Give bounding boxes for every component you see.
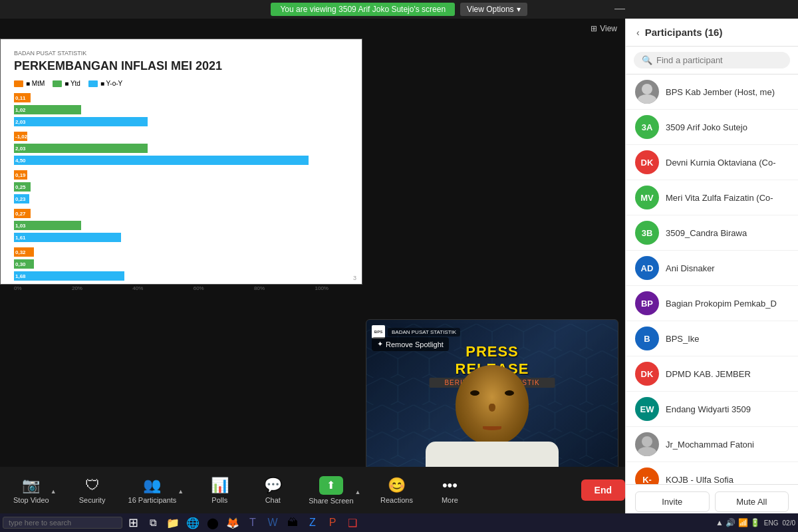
stop-video-arrow[interactable]: ▲ bbox=[51, 488, 57, 495]
toolbar-left-group: 📷 Stop Video ▲ 🛡 Security 👥 bbox=[13, 476, 467, 505]
zoom-icon[interactable]: Z bbox=[303, 513, 322, 532]
x-axis: 0%20%40%60%80%100% bbox=[14, 285, 348, 291]
svg-point-3 bbox=[638, 94, 656, 104]
share-screen-arrow[interactable]: ▲ bbox=[355, 489, 361, 495]
bar-group-1: 0,11 1,02 2,03 bbox=[14, 92, 348, 127]
end-button[interactable]: End bbox=[581, 479, 625, 501]
slide-page: 3 bbox=[353, 275, 356, 281]
security-button[interactable]: 🛡 Security bbox=[75, 477, 110, 504]
more-button[interactable]: ••• More bbox=[432, 477, 467, 504]
legend-mtm: ■ MtM bbox=[14, 80, 45, 87]
main-layout: ⊞ View BADAN PUSAT STATISTIK PERKEMBANGA… bbox=[0, 19, 798, 532]
participant-item[interactable]: BPS Kab Jember (Host, me) bbox=[626, 74, 798, 110]
participant-item[interactable]: B BPS_Ike bbox=[626, 321, 798, 356]
participant-name: Devni Kurnia Oktaviana (Co- bbox=[666, 158, 789, 168]
participant-name: Jr_Mochammad Fatoni bbox=[666, 440, 789, 450]
chat-icon: 💬 bbox=[264, 477, 282, 494]
search-bar-container: 🔍 bbox=[626, 47, 798, 74]
chat-button[interactable]: 💬 Chat bbox=[255, 477, 290, 504]
participants-arrow[interactable]: ▲ bbox=[178, 488, 184, 495]
participant-item[interactable]: DK Devni Kurnia Oktaviana (Co- bbox=[626, 145, 798, 180]
avatar bbox=[635, 432, 659, 456]
legend-ytd: ■ Ytd bbox=[53, 80, 80, 87]
participant-item[interactable]: 3A 3509 Arif Joko Sutejo bbox=[626, 110, 798, 145]
participant-item[interactable]: AD Ani Disnaker bbox=[626, 251, 798, 286]
video-area: ⊞ View BADAN PUSAT STATISTIK PERKEMBANGA… bbox=[0, 19, 625, 532]
windows-search-icon[interactable]: ⊞ bbox=[124, 513, 142, 532]
taskbar-search-input[interactable] bbox=[3, 517, 122, 529]
avatar: EW bbox=[635, 397, 659, 421]
participant-item[interactable]: Jr_Mochammad Fatoni bbox=[626, 427, 798, 462]
mute-all-button[interactable]: Mute All bbox=[715, 491, 789, 512]
speaker-video: BPS BADAN PUSAT STATISTIK ✦ Remove Spotl… bbox=[366, 319, 618, 485]
view-icon: ⊞ bbox=[591, 24, 597, 33]
app-icon[interactable]: ❑ bbox=[343, 513, 362, 532]
participant-name: Bagian Prokopim Pemkab_D bbox=[666, 299, 789, 309]
participant-name: BPS_Ike bbox=[666, 334, 789, 344]
avatar: AD bbox=[635, 256, 659, 280]
powerpoint-icon[interactable]: P bbox=[323, 513, 342, 532]
word-icon[interactable]: W bbox=[263, 513, 282, 532]
taskbar-lang: ENG bbox=[764, 519, 779, 527]
share-screen-button[interactable]: ⬆ Share Screen bbox=[309, 476, 353, 505]
chart-area: 0,11 1,02 2,03 -1,02 2,03 4,50 0,19 0,25 bbox=[14, 92, 348, 303]
participant-name: Meri Vita Zulfa Faizatin (Co- bbox=[666, 193, 789, 203]
photos-icon[interactable]: 🏔 bbox=[283, 513, 302, 532]
participant-item[interactable]: MV Meri Vita Zulfa Faizatin (Co- bbox=[626, 180, 798, 215]
svg-point-2 bbox=[642, 84, 652, 94]
bar-group-2: -1,02 2,03 4,50 bbox=[14, 131, 348, 166]
search-icon: 🔍 bbox=[642, 55, 652, 65]
view-options-button[interactable]: View Options ▾ bbox=[460, 3, 527, 16]
participant-name: Endang Widyarti 3509 bbox=[666, 404, 789, 414]
chrome-icon[interactable]: ⬤ bbox=[203, 513, 222, 532]
participant-item[interactable]: 3B 3509_Candra Birawa bbox=[626, 215, 798, 251]
reactions-button[interactable]: 😊 Reactions bbox=[379, 477, 414, 504]
participant-item[interactable]: DK DPMD KAB. JEMBER bbox=[626, 356, 798, 392]
legend-ytd-label: ■ Ytd bbox=[65, 80, 80, 87]
participant-list: BPS Kab Jember (Host, me) 3A 3509 Arif J… bbox=[626, 74, 798, 484]
avatar: DK bbox=[635, 150, 659, 174]
participant-item[interactable]: EW Endang Widyarti 3509 bbox=[626, 392, 798, 427]
avatar: K- bbox=[635, 467, 659, 484]
bar-group-5: 0,32 0,30 1,68 bbox=[14, 247, 348, 281]
sidebar-title: Participants (16) bbox=[645, 27, 787, 38]
minimize-icon[interactable]: — bbox=[614, 3, 625, 15]
slide-header: BADAN PUSAT STATISTIK bbox=[14, 50, 348, 57]
sidebar-collapse-button[interactable]: ‹ bbox=[636, 27, 640, 38]
avatar: 3A bbox=[635, 115, 659, 139]
taskbar: ⊞ ⧉ 📁 🌐 ⬤ 🦊 T W 🏔 Z P ❑ ▲ 🔊 📶 🔋 ENG 02/0 bbox=[0, 513, 798, 532]
reactions-icon: 😊 bbox=[388, 477, 406, 494]
avatar: BP bbox=[635, 291, 659, 315]
edge-icon[interactable]: 🌐 bbox=[184, 513, 202, 532]
file-explorer-icon[interactable]: 📁 bbox=[164, 513, 182, 532]
stop-video-button[interactable]: 📷 Stop Video bbox=[13, 477, 49, 504]
task-view-icon[interactable]: ⧉ bbox=[144, 513, 162, 532]
avatar: DK bbox=[635, 362, 659, 386]
participants-sidebar: ‹ Participants (16) 🔍 BPS Kab Jember (Ho… bbox=[625, 19, 798, 532]
sidebar-header: ‹ Participants (16) bbox=[626, 19, 798, 47]
participant-item[interactable]: BP Bagian Prokopim Pemkab_D bbox=[626, 286, 798, 321]
participants-icon: 👥 bbox=[143, 477, 161, 494]
legend-yoy: ■ Y-o-Y bbox=[88, 80, 122, 87]
invite-button[interactable]: Invite bbox=[635, 491, 710, 512]
polls-icon: 📊 bbox=[211, 477, 229, 494]
slide-container: BADAN PUSAT STATISTIK PERKEMBANGAN INFLA… bbox=[0, 39, 362, 285]
participant-search-input[interactable] bbox=[656, 55, 782, 65]
participant-name: 3509 Arif Joko Sutejo bbox=[666, 122, 789, 132]
teams-icon[interactable]: T bbox=[243, 513, 262, 532]
legend-yoy-label: ■ Y-o-Y bbox=[100, 80, 122, 87]
taskbar-right: ▲ 🔊 📶 🔋 ENG 02/0 bbox=[716, 518, 795, 527]
avatar: 3B bbox=[635, 221, 659, 245]
avatar bbox=[635, 80, 659, 104]
slide-title: PERKEMBANGAN INFLASI MEI 2021 bbox=[14, 59, 348, 73]
participant-item[interactable]: K- KOJB - Ulfa Sofia bbox=[626, 462, 798, 484]
legend-mtm-label: ■ MtM bbox=[26, 80, 45, 87]
slide-legend: ■ MtM ■ Ytd ■ Y-o-Y bbox=[14, 80, 348, 87]
participant-name: 3509_Candra Birawa bbox=[666, 228, 789, 238]
toolbar: 📷 Stop Video ▲ 🛡 Security 👥 bbox=[0, 467, 625, 513]
share-screen-icon: ⬆ bbox=[319, 476, 343, 495]
firefox-icon[interactable]: 🦊 bbox=[223, 513, 242, 532]
participants-button[interactable]: 👥 16 Participants bbox=[128, 477, 177, 504]
polls-button[interactable]: 📊 Polls bbox=[202, 477, 237, 504]
top-bar: You are viewing 3509 Arif Joko Sutejo's … bbox=[0, 0, 798, 19]
